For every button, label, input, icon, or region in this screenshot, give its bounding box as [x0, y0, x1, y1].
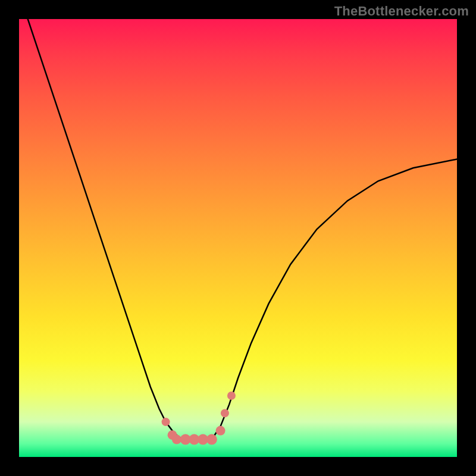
data-marker [172, 435, 181, 444]
data-marker [216, 426, 226, 436]
data-marker [221, 409, 229, 417]
data-marker [227, 392, 236, 400]
data-marker [162, 418, 170, 426]
watermark-text: TheBottlenecker.com [334, 4, 469, 19]
chart-frame: TheBottlenecker.com [0, 0, 476, 476]
curve-layer [19, 19, 457, 457]
plot-area [19, 19, 457, 457]
right-branch-path [212, 159, 457, 440]
left-branch-path [28, 19, 212, 440]
data-marker [206, 434, 217, 445]
